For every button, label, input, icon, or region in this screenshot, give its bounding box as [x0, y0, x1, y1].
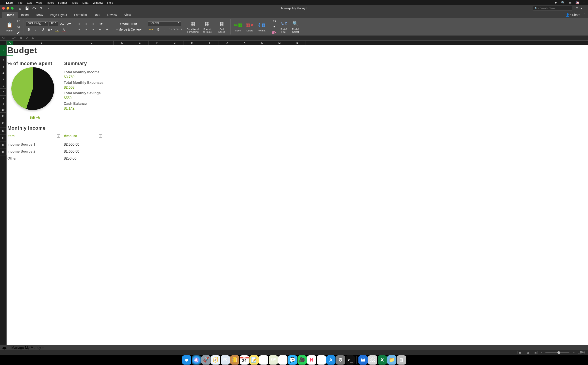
wrap-text-button[interactable]: ↩ Wrap Text ▾ [113, 21, 143, 26]
col-header-G[interactable]: G [166, 41, 184, 45]
merge-center-button[interactable]: ▭ Merge & Center ▾ [113, 27, 143, 32]
dock-finder-icon[interactable]: ☻ [182, 355, 191, 365]
row-header-15[interactable]: 15 [0, 141, 7, 148]
number-format-select[interactable]: General▾ [148, 21, 181, 26]
share-button[interactable]: 👤⁺ Share ˄ [563, 12, 588, 18]
bold-button[interactable]: B [26, 27, 32, 32]
col-header-K[interactable]: K [236, 41, 253, 45]
dock-acorn-icon[interactable]: 🏔 [358, 355, 368, 365]
close-button[interactable] [2, 7, 5, 10]
row-header-8[interactable]: 8 [0, 96, 7, 101]
zoom-out-button[interactable]: − [541, 351, 542, 354]
row-header-4[interactable]: 4 [0, 70, 7, 76]
dock-messages-icon[interactable]: 💬 [288, 355, 297, 365]
col-header-I[interactable]: I [201, 41, 219, 45]
col-header-C[interactable]: C [70, 41, 113, 45]
fx-icon[interactable]: fx [30, 35, 36, 40]
row-header-7[interactable]: 7 [0, 89, 7, 96]
col-header-A[interactable]: A [7, 41, 13, 45]
view-page-break-icon[interactable]: ▤ [533, 351, 538, 354]
dock-contacts-icon[interactable]: 📒 [230, 355, 239, 365]
copy-icon[interactable]: ⧉ [16, 24, 21, 29]
col-header-F[interactable]: F [149, 41, 166, 45]
tab-draw[interactable]: Draw [32, 12, 47, 18]
menu-format[interactable]: Format [58, 1, 67, 4]
menu-insert[interactable]: Insert [47, 1, 54, 4]
dock-safari-icon[interactable]: 🧭 [211, 355, 220, 365]
view-page-layout-icon[interactable]: ▥ [525, 351, 530, 354]
paste-button[interactable]: 📋 Paste [4, 19, 14, 35]
format-as-table-button[interactable]: ▦Format as Table [201, 19, 214, 35]
menu-file[interactable]: File [18, 1, 22, 4]
sheet-tab-active[interactable]: Manage My Money [11, 346, 41, 350]
insert-cells-button[interactable]: ⇦▦Insert [233, 19, 243, 35]
row-header-16[interactable]: 16 [0, 148, 7, 155]
zoom-button[interactable] [11, 7, 14, 10]
dock-mail-icon[interactable]: ✉ [221, 355, 230, 365]
save-icon[interactable]: 💾 [24, 6, 30, 11]
dock-facetime-icon[interactable]: 🎥 [298, 355, 307, 365]
delete-cells-button[interactable]: ▦✕Delete [245, 19, 255, 35]
cells-area[interactable]: Budget % of Income Spent Summary 55% Tot… [7, 45, 588, 351]
dock-preview-icon[interactable]: 🖼 [368, 355, 377, 365]
tab-home[interactable]: Home [2, 12, 18, 18]
dock-terminal-icon[interactable]: >_ [346, 355, 355, 365]
dock-notes-icon[interactable]: 📝 [249, 355, 259, 365]
filter-amount-icon[interactable]: ▾ [99, 134, 102, 138]
zoom-in-button[interactable]: ＋ [573, 351, 575, 355]
flag-us-icon[interactable]: 🇺🇸 [575, 1, 579, 4]
redo-icon[interactable]: ↷ [38, 6, 44, 11]
orientation-icon[interactable]: ⤮▾ [97, 21, 103, 26]
row-header-2[interactable]: 2 [0, 56, 7, 63]
row-header-1[interactable]: 1 [0, 45, 7, 56]
format-painter-icon[interactable]: 🖌 [16, 30, 21, 35]
row-header-6[interactable]: 6 [0, 83, 7, 89]
col-header-H[interactable]: H [184, 41, 201, 45]
tab-insert[interactable]: Insert [18, 12, 32, 18]
conditional-formatting-button[interactable]: ▦Conditional Formatting [186, 19, 199, 35]
font-color-button[interactable]: A [61, 27, 67, 32]
align-right-icon[interactable]: ≡ [90, 27, 96, 32]
feedback-smile-icon[interactable]: ☺ [575, 6, 579, 10]
tab-formulas[interactable]: Formulas [71, 12, 90, 18]
dock-trash-icon[interactable]: 🗑 [397, 355, 406, 365]
col-header-M[interactable]: M [271, 41, 288, 45]
font-name-select[interactable]: Arial (Body) ▾ [26, 21, 48, 26]
view-normal-icon[interactable]: ▦ [517, 351, 522, 354]
collapse-ribbon-icon[interactable]: ˄ [583, 13, 585, 17]
dock-calendar-icon[interactable]: JUN24 [240, 355, 249, 365]
percent-icon[interactable]: % [155, 27, 161, 32]
align-bottom-icon[interactable]: ≡ [90, 21, 96, 26]
tab-pagelayout[interactable]: Page Layout [47, 12, 71, 18]
tab-data[interactable]: Data [90, 12, 104, 18]
menu-tools[interactable]: Tools [71, 1, 78, 4]
control-center-icon[interactable]: ≡ [583, 1, 585, 4]
fill-icon[interactable]: ▾ [271, 24, 277, 29]
row-header-12[interactable]: 12 [0, 119, 7, 127]
dock-excel-icon[interactable]: X [378, 355, 387, 365]
sort-filter-button[interactable]: A↓ZSort & Filter [278, 19, 289, 35]
menu-edit[interactable]: Edit [27, 1, 32, 4]
app-menu[interactable]: Excel [6, 1, 14, 4]
align-top-icon[interactable]: ≡ [77, 21, 82, 26]
cancel-formula-icon[interactable]: ✕ [18, 35, 24, 40]
row-header-3[interactable]: 3 [0, 63, 7, 70]
col-header-N[interactable]: N [288, 41, 306, 45]
underline-button[interactable]: U [40, 27, 46, 32]
name-box-dropdown-icon[interactable]: ▲▼ [12, 37, 16, 39]
dock-news-icon[interactable]: N [307, 355, 316, 365]
minimize-button[interactable] [7, 7, 9, 10]
dock-downloads-icon[interactable]: 📁 [387, 355, 397, 365]
cut-icon[interactable]: ✂ [16, 19, 21, 23]
row-header-10[interactable]: 10 [0, 107, 7, 113]
font-size-select[interactable]: 12 ▾ [49, 21, 58, 26]
screen-mirror-icon[interactable]: ▭ [569, 1, 572, 4]
italic-button[interactable]: I [33, 27, 39, 32]
tab-view[interactable]: View [121, 12, 134, 18]
decrease-decimal-icon[interactable]: .00→.0 [176, 27, 182, 32]
autosum-icon[interactable]: Σ▾ [271, 19, 277, 23]
qat-more-icon[interactable]: ▾ [45, 6, 51, 11]
home-icon[interactable]: ⌂ [17, 6, 23, 11]
row-header-5[interactable]: 5 [0, 76, 7, 83]
formula-input[interactable] [36, 35, 588, 40]
